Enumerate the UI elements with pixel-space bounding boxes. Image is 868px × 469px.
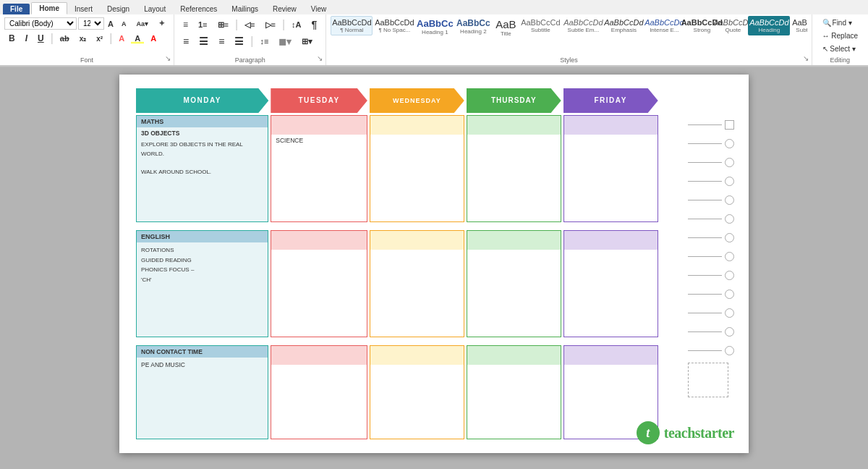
style-quote[interactable]: AaBbCcDd Quote (718, 16, 747, 35)
align-right-button[interactable]: ≡ (214, 34, 229, 48)
session2-tuesday (271, 230, 367, 337)
style-subtle-ref[interactable]: AaBbCcDd Subtle Ref... (791, 16, 807, 35)
tab-design[interactable]: Design (100, 4, 137, 14)
check-item-12 (688, 327, 734, 337)
check-item-1 (688, 120, 734, 130)
select-button[interactable]: ↖ Select ▾ (818, 43, 862, 54)
shrink-font-button[interactable]: A (117, 19, 131, 29)
session1-monday-topic: 3D OBJECTS (137, 127, 268, 139)
ts-logo-icon: t (637, 421, 660, 444)
paragraph-group: ≡ 1≡ ⊞≡ | ◁≡ ▷≡ | ↕A ¶ ≡ ☰ ≡ ☰ | ↕≡ ◼▾ ⊞… (174, 14, 326, 65)
tab-home[interactable]: Home (31, 2, 67, 14)
tuesday-banner: TUESDAY (271, 88, 367, 113)
change-case-button[interactable]: Aa▾ (132, 19, 153, 29)
replace-button[interactable]: ↔ Replace (818, 30, 862, 41)
tab-references[interactable]: References (173, 4, 224, 14)
show-marks-button[interactable]: ¶ (307, 17, 322, 32)
teachstarter-logo: t teachstarter (637, 421, 734, 444)
font-size-select[interactable]: 12 (78, 17, 104, 30)
session3-wednesday (370, 345, 464, 439)
monday-banner: MONDAY (136, 88, 268, 113)
heading-label: Heading (758, 27, 780, 33)
sidebar-checks (682, 86, 734, 441)
shading-button[interactable]: ◼▾ (274, 35, 296, 48)
thursday-header: THURSDAY (467, 88, 561, 113)
numbering-button[interactable]: 1≡ (194, 19, 212, 30)
thursday-banner: THURSDAY (467, 88, 561, 113)
style-subtle-em[interactable]: AaBbCcDd Subtle Em... (562, 16, 604, 35)
session2-monday-subject: ENGLISH (137, 231, 268, 242)
font-name-select[interactable]: Calibri (Body) (4, 17, 77, 30)
sort-button[interactable]: ↕A (287, 19, 305, 30)
style-intense-e[interactable]: AaBbCcDd Intense E... (643, 16, 685, 35)
paragraph-group-label: Paragraph (174, 56, 326, 64)
style-intense-q[interactable]: AaBbCcDd Heading (748, 16, 790, 35)
find-button[interactable]: 🔍 Find ▾ (818, 17, 862, 28)
underline-button[interactable]: U (33, 32, 48, 45)
check-item-11 (688, 308, 734, 318)
tab-view[interactable]: View (304, 4, 334, 14)
decrease-indent-button[interactable]: ◁≡ (240, 19, 259, 31)
align-center-button[interactable]: ☰ (195, 34, 213, 48)
tab-mailings[interactable]: Mailings (224, 4, 265, 14)
bullets-button[interactable]: ≡ (179, 18, 192, 31)
session2-row: ENGLISH ROTATIONS GUIDED READING PHONICS… (136, 230, 658, 337)
session3-monday: NON CONTACT TIME PE AND MUSIC (136, 345, 268, 439)
session3-monday-subject: NON CONTACT TIME (137, 346, 268, 358)
session1-monday-detail: EXPLORE 3D OBJECTS IN THE REAL WORLD. WA… (137, 139, 268, 179)
styles-group: AaBbCcDd ¶ Normal AaBbCcDd ¶ No Spac... … (326, 14, 812, 65)
grow-font-button[interactable]: A (106, 18, 116, 30)
session2-wednesday (370, 230, 464, 337)
check-item-4 (688, 177, 734, 186)
session2-friday (563, 230, 658, 337)
session2-monday-detail: ROTATIONS GUIDED READING PHONICS FOCUS –… (137, 242, 268, 287)
session3-row: NON CONTACT TIME PE AND MUSIC (136, 345, 658, 439)
tab-layout[interactable]: Layout (137, 4, 173, 14)
style-heading1[interactable]: AaBbCc Heading 1 (416, 16, 454, 38)
document-area: MONDAY TUESDAY WEDNESDAY THURSDAY FRIDAY (0, 67, 868, 468)
ribbon-content: Calibri (Body) 12 A A Aa▾ ✦ B I U | ab x… (0, 14, 868, 67)
check-item-6 (688, 214, 734, 224)
tab-file[interactable]: File (3, 4, 30, 14)
session1-friday (563, 115, 658, 222)
strikethrough-button[interactable]: ab (56, 33, 74, 44)
check-item-13 (688, 346, 734, 355)
clear-format-button[interactable]: ✦ (154, 17, 169, 30)
session2-thursday (467, 230, 561, 337)
borders-button[interactable]: ⊞▾ (297, 35, 317, 48)
subscript-button[interactable]: x₂ (75, 33, 91, 44)
planner-content: MONDAY TUESDAY WEDNESDAY THURSDAY FRIDAY (134, 86, 682, 441)
session1-monday-subject: MATHS (137, 116, 268, 127)
style-title[interactable]: AaB Title (493, 16, 519, 39)
tab-insert[interactable]: Insert (67, 4, 100, 14)
session1-thursday (467, 115, 561, 222)
ribbon: File Home Insert Design Layout Reference… (0, 0, 868, 67)
monday-header: MONDAY (136, 88, 268, 113)
session1-tuesday: SCIENCE (271, 115, 367, 222)
increase-indent-button[interactable]: ▷≡ (261, 19, 280, 31)
style-emphasis[interactable]: AaBbCcDd Emphasis (605, 16, 642, 35)
editing-group-label: Editing (812, 56, 868, 64)
style-subtitle[interactable]: AaBbCcCd Subtitle (519, 16, 561, 35)
check-item-7 (688, 233, 734, 242)
style-heading2[interactable]: AaBbCc Heading 2 (454, 16, 492, 37)
session-gap2 (136, 339, 658, 343)
text-effects-button[interactable]: A (114, 33, 129, 44)
justify-button[interactable]: ☰ (230, 34, 248, 48)
session1-row: MATHS 3D OBJECTS EXPLORE 3D OBJECTS IN T… (136, 115, 658, 222)
align-left-button[interactable]: ≡ (179, 34, 193, 48)
check-item-10 (688, 290, 734, 299)
style-no-spacing[interactable]: AaBbCcDd ¶ No Spac... (373, 16, 415, 35)
friday-banner: FRIDAY (563, 88, 658, 113)
multilevel-button[interactable]: ⊞≡ (213, 19, 233, 31)
superscript-button[interactable]: x² (92, 33, 107, 44)
tab-review[interactable]: Review (265, 4, 304, 14)
bold-button[interactable]: B (4, 32, 20, 45)
line-spacing-button[interactable]: ↕≡ (255, 35, 273, 47)
font-color-button[interactable]: A (146, 33, 161, 44)
ts-logo-text: teachstarter (664, 425, 734, 441)
highlight-button[interactable]: A (130, 33, 145, 44)
style-normal[interactable]: AaBbCcDd ¶ Normal (331, 16, 373, 35)
editing-group: 🔍 Find ▾ ↔ Replace ↖ Select ▾ Editing (812, 14, 868, 65)
italic-button[interactable]: I (21, 32, 32, 45)
